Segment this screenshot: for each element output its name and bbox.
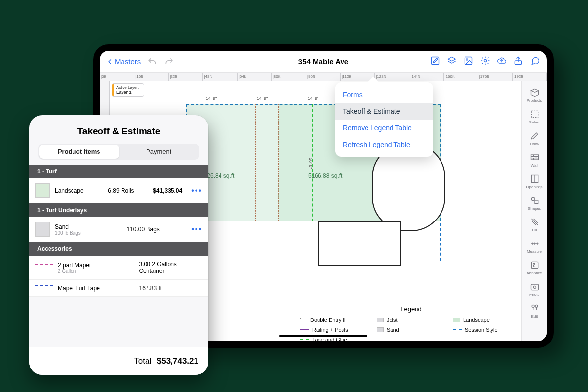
svg-rect-5 xyxy=(531,111,538,117)
more-button[interactable]: ••• xyxy=(187,190,202,192)
section-header: Accessories xyxy=(29,242,208,256)
toolbar-right xyxy=(430,56,540,68)
item-name: Landscape xyxy=(55,187,103,194)
legend-item: Joist xyxy=(373,315,449,325)
edit-menu-popover: Forms Takeoff & Estimate Remove Legend T… xyxy=(335,82,433,157)
share-button[interactable] xyxy=(514,56,523,68)
legend-item: Railing + Posts xyxy=(296,325,373,335)
ruler-tick: |144ft xyxy=(409,73,443,81)
layers-icon xyxy=(447,56,457,66)
menu-refresh-legend[interactable]: Refresh Legend Table xyxy=(335,136,433,153)
swatch-icon xyxy=(35,285,53,292)
tool-wall[interactable]: Wall xyxy=(522,149,547,171)
ruler-horizontal: |0ft|16ft|32ft|48ft|64ft|80ft|96ft|112ft… xyxy=(100,73,547,81)
item-name: Mapei Turf Tape xyxy=(58,285,134,292)
cloud-upload-icon xyxy=(497,56,507,66)
tool-measure[interactable]: Measure xyxy=(522,235,547,257)
share-icon xyxy=(514,56,523,66)
line-item[interactable]: Landscape6.89 Rolls$41,335.04••• xyxy=(29,178,208,203)
ruler-tick: |192ft xyxy=(513,73,547,81)
image-icon xyxy=(464,56,473,66)
gear-icon xyxy=(480,56,490,66)
svg-point-2 xyxy=(466,58,468,60)
tool-openings[interactable]: Openings xyxy=(522,171,547,192)
tab-product-items[interactable]: Product Items xyxy=(39,145,119,159)
settings-button[interactable] xyxy=(480,56,490,68)
item-sub: 100 lb Bags xyxy=(55,230,122,236)
select-icon xyxy=(530,109,539,119)
legend-item: Session Style xyxy=(449,325,521,335)
line-item[interactable]: Sand100 lb Bags110.00 Bags••• xyxy=(29,217,208,242)
active-layer-chip[interactable]: Active Layer: Layer 1 xyxy=(112,83,144,97)
estimate-panel: Takeoff & Estimate Product Items Payment… xyxy=(29,115,208,375)
svg-rect-11 xyxy=(531,284,538,290)
line-item[interactable]: 2 part Mapei2 Gallon3.00 2 Gallons Conta… xyxy=(29,256,208,280)
tool-edit[interactable]: Edit xyxy=(522,300,547,321)
tool-palette: ProductsSelectDrawWallOpeningsShapesFill… xyxy=(521,81,547,341)
edit-form-button[interactable] xyxy=(430,56,440,68)
comment-button[interactable] xyxy=(530,56,540,68)
area-b-label: 5166.88 sq.ft xyxy=(308,172,342,179)
svg-point-3 xyxy=(484,59,487,62)
back-label: Masters xyxy=(115,57,141,66)
back-button[interactable]: Masters xyxy=(107,57,141,66)
swatch-icon xyxy=(35,183,50,198)
item-name: 2 part Mapei xyxy=(58,262,134,269)
home-indicator xyxy=(279,335,368,337)
more-button[interactable]: ••• xyxy=(187,228,202,230)
menu-remove-legend[interactable]: Remove Legend Table xyxy=(335,120,433,136)
tool-photo[interactable]: Photo xyxy=(522,278,547,300)
tool-annotate[interactable]: Annotate xyxy=(522,257,547,278)
products-icon xyxy=(530,88,539,98)
item-qty: 6.89 Rolls xyxy=(108,187,148,194)
line-item[interactable]: Mapei Turf Tape167.83 ft xyxy=(29,280,208,297)
comment-icon xyxy=(530,56,540,66)
edit-icon xyxy=(530,303,539,313)
menu-takeoff[interactable]: Takeoff & Estimate xyxy=(335,103,433,120)
shapes-icon xyxy=(530,196,539,205)
tool-shapes[interactable]: Shapes xyxy=(522,192,547,214)
ruler-tick: |48ft xyxy=(203,73,237,81)
ruler-tick: |128ft xyxy=(375,73,409,81)
image-button[interactable] xyxy=(464,56,473,68)
legend-title: Legend xyxy=(296,303,521,315)
chevron-left-icon xyxy=(107,58,114,65)
ruler-tick: |176ft xyxy=(478,73,513,81)
measure-icon xyxy=(530,239,539,248)
redo-button[interactable] xyxy=(164,57,174,67)
legend-item: Landscape xyxy=(449,315,521,325)
swatch-icon xyxy=(35,222,50,237)
ruler-tick: |16ft xyxy=(134,73,169,81)
estimate-total: Total $53,743.21 xyxy=(29,347,208,375)
tool-products[interactable]: Products xyxy=(522,84,547,106)
tool-draw[interactable]: Draw xyxy=(522,127,547,149)
menu-forms[interactable]: Forms xyxy=(335,86,433,103)
ruler-tick: |96ft xyxy=(306,73,341,81)
layer-name: Layer 1 xyxy=(116,90,139,95)
tool-fill[interactable]: Fill xyxy=(522,214,547,235)
tab-payment[interactable]: Payment xyxy=(119,145,199,159)
wall-icon xyxy=(530,152,539,162)
redo-icon xyxy=(164,57,174,67)
svg-rect-9 xyxy=(535,200,538,204)
item-qty: 3.00 2 Gallons Container xyxy=(139,261,202,274)
swatch-icon xyxy=(35,264,53,271)
total-label: Total xyxy=(134,356,151,366)
svg-rect-0 xyxy=(432,57,439,64)
svg-rect-6 xyxy=(531,155,538,160)
cloud-button[interactable] xyxy=(497,56,507,68)
house-shape[interactable] xyxy=(318,221,401,266)
item-price: $41,335.04 xyxy=(153,187,182,194)
photo-icon xyxy=(530,282,539,292)
svg-point-12 xyxy=(533,286,536,288)
item-qty: 110.00 Bags xyxy=(126,226,182,233)
fill-icon xyxy=(530,217,539,227)
tool-select[interactable]: Select xyxy=(522,106,547,127)
total-value: $53,743.21 xyxy=(157,356,198,366)
compose-icon xyxy=(430,56,440,66)
undo-button[interactable] xyxy=(147,57,157,67)
legend-item: Sand xyxy=(373,325,449,335)
layers-button[interactable] xyxy=(447,56,457,68)
svg-rect-10 xyxy=(531,262,538,268)
svg-point-14 xyxy=(535,305,537,307)
